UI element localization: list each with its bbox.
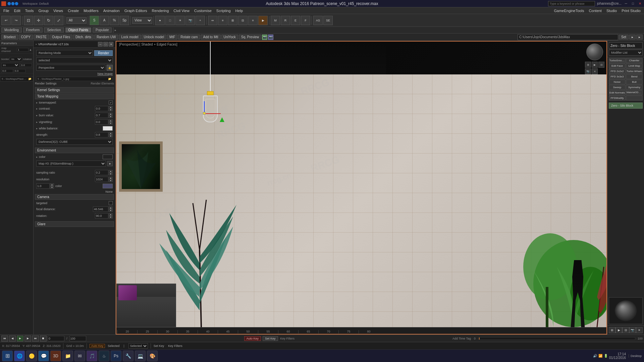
vray-map-path-edit[interactable]: 📁 (108, 77, 111, 80)
menu-create[interactable]: Create (66, 8, 81, 13)
bg-up[interactable]: ▲ (50, 183, 54, 186)
menu-civil-view[interactable]: Civil View (171, 8, 191, 13)
taskbar-app4[interactable]: 💻 (135, 351, 146, 361)
undo-btn[interactable]: ↩ (1, 16, 11, 25)
targeted-check[interactable] (109, 201, 113, 205)
camera-tool[interactable]: 📷 (185, 16, 195, 25)
vray-close[interactable]: ✕ (109, 42, 113, 47)
tonemapped-check[interactable]: ✓ (109, 101, 113, 105)
burn-down[interactable]: ▼ (109, 115, 113, 118)
map-channel-input[interactable] (17, 48, 29, 52)
resolution-input[interactable] (95, 177, 108, 182)
render-setup[interactable]: R (281, 16, 290, 25)
mod-material-derive[interactable]: MaterialODerive (626, 90, 643, 95)
set-btn[interactable]: Set (619, 35, 629, 40)
lm2-input[interactable] (1, 69, 13, 73)
light-tool[interactable]: ☀ (175, 16, 185, 25)
nav-btn-1[interactable]: ⊞ (585, 62, 591, 68)
taskbar-steam[interactable]: ♨ (99, 351, 109, 361)
material-editor[interactable]: M (271, 16, 280, 25)
spinner-snap[interactable]: Sp (120, 16, 129, 25)
menu-group[interactable]: Group (36, 8, 51, 13)
anim-stop[interactable]: ⏹ (40, 336, 47, 342)
mod-ffd-2x2[interactable]: FFD 2x2x2 (609, 69, 626, 74)
anim-go-start[interactable]: ⏮ (1, 336, 8, 342)
vignetting-input[interactable] (95, 119, 108, 125)
helper-tool[interactable]: + (196, 16, 205, 25)
hierarchy-tool[interactable]: ⊞ (228, 16, 237, 25)
rotate-cam-btn[interactable]: Rotate cam (178, 35, 200, 40)
viewport[interactable]: [Perspective] [ Shaded + Edged Faces] RR… (116, 41, 607, 335)
taskbar-app3[interactable]: 🔧 (123, 351, 133, 361)
angle-snap[interactable]: A (100, 16, 109, 25)
menu-animation[interactable]: Animation (101, 8, 122, 13)
mod-remove-btn[interactable]: ⊟ (622, 327, 629, 333)
focal-input[interactable] (93, 206, 108, 212)
burn-input[interactable] (95, 113, 108, 118)
current-frame-input[interactable] (48, 336, 64, 341)
map-channel-spinup[interactable]: ▲ (29, 48, 32, 51)
render-frame[interactable]: F (301, 16, 310, 25)
nav-btn-3[interactable]: ⊟ (598, 62, 604, 68)
mod-play-btn[interactable]: ▶ (615, 327, 622, 333)
shortcut-select[interactable]: Selected (128, 343, 148, 349)
darkness-select[interactable]: Darkness(3(2): CUBE (36, 139, 113, 145)
perspective-select[interactable]: Perspective (36, 65, 105, 71)
menu-game-engine[interactable]: GameEngineTools (552, 8, 586, 13)
sampling-input[interactable] (95, 170, 108, 175)
desktop-btn[interactable]: Desktop (629, 354, 642, 358)
mod-symmetry[interactable]: Symmetry (626, 85, 643, 90)
select-filter[interactable]: All (66, 17, 87, 24)
output-files-btn[interactable]: Output Files (50, 35, 72, 40)
environment-btn[interactable]: E (291, 16, 300, 25)
menu-file[interactable]: File (1, 8, 11, 13)
ditch-dirts-btn[interactable]: Ditch. dirts (73, 35, 94, 40)
taskbar-skype[interactable]: 💬 (38, 351, 49, 361)
border-val-select[interactable]: lm (1, 63, 19, 67)
taskbar-app5[interactable]: 🎨 (147, 351, 158, 361)
bg-val-input[interactable] (36, 183, 50, 189)
menu-help[interactable]: Help (233, 8, 245, 13)
ribbon-tool[interactable]: ≡ (248, 16, 258, 25)
vray-lock-btn[interactable]: 🔒 (107, 65, 113, 71)
random-uw-btn[interactable]: Random UW (94, 35, 118, 40)
percent-snap[interactable]: % (110, 16, 119, 25)
align-tool[interactable]: ≡ (218, 16, 227, 25)
mod-close-btn[interactable]: ✕ (636, 327, 643, 333)
menu-scripting[interactable]: Scripting (214, 8, 233, 13)
menu-content[interactable]: Content (587, 8, 604, 13)
lock-model-btn[interactable]: Lock model (119, 35, 141, 40)
burn-up[interactable]: ▲ (109, 113, 113, 115)
rotation-up[interactable]: ▲ (109, 213, 113, 216)
taskbar-chrome[interactable]: 🟡 (26, 351, 37, 361)
mod-limit-map[interactable]: Limit Map (626, 63, 643, 68)
tab-modelling[interactable]: Modelling (1, 27, 22, 33)
viewport-select[interactable]: View (132, 17, 152, 24)
mod-pin-btn[interactable]: ⊞ (609, 327, 615, 333)
more-tabs-btn[interactable]: ▸ (115, 28, 116, 32)
mod-chamfer[interactable]: Chamfer (626, 58, 643, 63)
taskbar-explorer[interactable]: 🌐 (14, 351, 25, 361)
anim-play[interactable]: ▶ (17, 336, 23, 342)
scale-tool[interactable]: ⤢ (54, 16, 63, 25)
mod-ffd-modify[interactable]: FFDModify (609, 96, 626, 101)
unlock-model-btn[interactable]: Unlock model (142, 35, 167, 40)
extras2-btn[interactable]: ▸ (636, 35, 643, 40)
white-balance-swatch[interactable] (103, 126, 113, 131)
modifier-stack-item[interactable]: Zero - Silo Block (609, 103, 643, 109)
menu-edit[interactable]: Edit (12, 8, 22, 13)
search-input[interactable] (548, 1, 595, 6)
anim-prev-frame[interactable]: ◀ (9, 336, 16, 342)
mod-sweep[interactable]: Sweep (609, 85, 626, 90)
set-key-btn[interactable]: Set Key (263, 336, 278, 341)
mod-screenshot-btn[interactable]: 📷 (629, 327, 636, 333)
render-mode-select[interactable]: Rendering Mode (36, 50, 93, 56)
blue-cam-btn[interactable]: 📷 (268, 35, 273, 40)
env-map-select[interactable]: Map #3: (FtStormBitmap ) (36, 161, 106, 167)
copy-btn[interactable]: COPY (19, 35, 33, 40)
extras-btn[interactable]: ▸ (629, 35, 636, 40)
sampling-down[interactable]: ▼ (109, 173, 113, 175)
taskbar-app2[interactable]: 📁 (62, 351, 73, 361)
move-tool[interactable]: ✛ (34, 16, 43, 25)
rotate-tool[interactable]: ↻ (44, 16, 53, 25)
